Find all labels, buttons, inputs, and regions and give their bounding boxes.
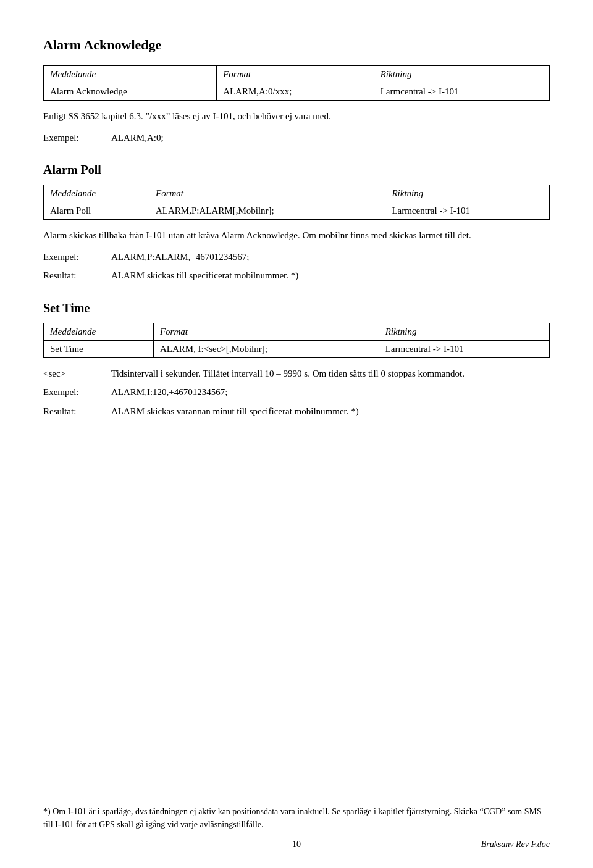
example-label-1: Exempel: bbox=[43, 131, 111, 145]
alarm-acknowledge-table: Meddelande Format Riktning Alarm Acknowl… bbox=[43, 65, 550, 101]
cell-riktning-3: Larmcentral -> I-101 bbox=[379, 340, 549, 357]
col-format-2: Format bbox=[149, 185, 385, 202]
alarm-poll-heading: Alarm Poll bbox=[43, 163, 550, 177]
set-time-example: Exempel: ALARM,I:120,+46701234567; bbox=[43, 385, 550, 399]
page-footer: 10 Bruksanv Rev F.doc bbox=[0, 840, 593, 849]
set-time-param: <sec> Tidsintervall i sekunder. Tillåtet… bbox=[43, 367, 550, 381]
result-value-3: ALARM skickas varannan minut till specif… bbox=[111, 404, 359, 419]
doc-name: Bruksanv Rev F.doc bbox=[481, 840, 550, 849]
example-value-3: ALARM,I:120,+46701234567; bbox=[111, 385, 227, 399]
col-riktning-1: Riktning bbox=[374, 66, 549, 83]
cell-meddelande-3: Set Time bbox=[44, 340, 154, 357]
param-desc: Tidsintervall i sekunder. Tillåtet inter… bbox=[111, 367, 465, 381]
set-time-section: Set Time Meddelande Format Riktning Set … bbox=[43, 301, 550, 419]
alarm-poll-table: Meddelande Format Riktning Alarm Poll AL… bbox=[43, 185, 550, 220]
example-value-1: ALARM,A:0; bbox=[111, 131, 164, 145]
set-time-table: Meddelande Format Riktning Set Time ALAR… bbox=[43, 323, 550, 358]
col-meddelande-3: Meddelande bbox=[44, 323, 154, 340]
alarm-acknowledge-description: Enligt SS 3652 kapitel 6.3. ”/xxx” läses… bbox=[43, 109, 550, 123]
cell-format-2: ALARM,P:ALARM[,Mobilnr]; bbox=[149, 202, 385, 220]
cell-riktning-1: Larmcentral -> I-101 bbox=[374, 83, 549, 101]
example-label-2: Exempel: bbox=[43, 250, 111, 264]
result-label-2: Resultat: bbox=[43, 269, 111, 283]
col-meddelande-1: Meddelande bbox=[44, 66, 217, 83]
col-riktning-2: Riktning bbox=[385, 185, 550, 202]
alarm-poll-result: Resultat: ALARM skickas till specificera… bbox=[43, 269, 550, 283]
alarm-poll-example: Exempel: ALARM,P:ALARM,+46701234567; bbox=[43, 250, 550, 264]
table-row: Set Time ALARM, I:<sec>[,Mobilnr]; Larmc… bbox=[44, 340, 550, 357]
table-row: Alarm Acknowledge ALARM,A:0/xxx; Larmcen… bbox=[44, 83, 550, 101]
col-format-1: Format bbox=[217, 66, 374, 83]
page: Alarm Acknowledge Meddelande Format Rikt… bbox=[0, 0, 593, 868]
cell-riktning-2: Larmcentral -> I-101 bbox=[385, 202, 550, 220]
col-riktning-3: Riktning bbox=[379, 323, 549, 340]
page-number: 10 bbox=[292, 840, 301, 849]
set-time-heading: Set Time bbox=[43, 301, 550, 315]
col-meddelande-2: Meddelande bbox=[44, 185, 149, 202]
footnote: *) Om I-101 är i sparläge, dvs tändninge… bbox=[43, 805, 550, 831]
cell-format-1: ALARM,A:0/xxx; bbox=[217, 83, 374, 101]
set-time-result: Resultat: ALARM skickas varannan minut t… bbox=[43, 404, 550, 419]
cell-meddelande-1: Alarm Acknowledge bbox=[44, 83, 217, 101]
result-label-3: Resultat: bbox=[43, 404, 111, 419]
alarm-poll-description: Alarm skickas tillbaka från I-101 utan a… bbox=[43, 228, 550, 243]
alarm-acknowledge-example: Exempel: ALARM,A:0; bbox=[43, 131, 550, 145]
page-heading: Alarm Acknowledge bbox=[43, 37, 550, 53]
param-label: <sec> bbox=[43, 367, 111, 381]
alarm-poll-section: Alarm Poll Meddelande Format Riktning Al… bbox=[43, 163, 550, 283]
example-label-3: Exempel: bbox=[43, 385, 111, 399]
table-row: Alarm Poll ALARM,P:ALARM[,Mobilnr]; Larm… bbox=[44, 202, 550, 220]
col-format-3: Format bbox=[153, 323, 379, 340]
cell-format-3: ALARM, I:<sec>[,Mobilnr]; bbox=[153, 340, 379, 357]
cell-meddelande-2: Alarm Poll bbox=[44, 202, 149, 220]
result-value-2: ALARM skickas till specificerat mobilnum… bbox=[111, 269, 298, 283]
example-value-2: ALARM,P:ALARM,+46701234567; bbox=[111, 250, 249, 264]
